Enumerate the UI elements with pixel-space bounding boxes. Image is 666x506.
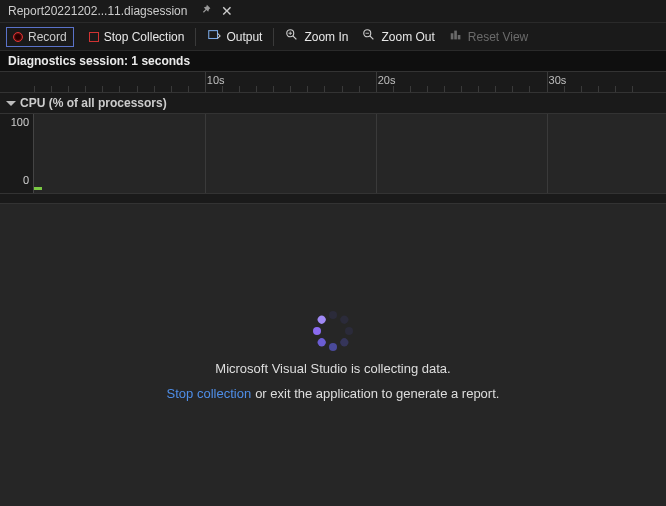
chevron-down-icon[interactable] [6, 101, 16, 106]
svg-rect-0 [209, 31, 218, 39]
toolbar: Record Stop Collection Output Zoom In Zo… [0, 22, 666, 50]
zoom-in-icon [285, 28, 299, 45]
stop-collection-button[interactable]: Stop Collection [82, 28, 192, 46]
zoom-in-label: Zoom In [304, 30, 348, 44]
output-button[interactable]: Output [200, 26, 269, 47]
collecting-text: Microsoft Visual Studio is collecting da… [215, 361, 450, 376]
cpu-data-line [34, 187, 42, 190]
record-label: Record [28, 30, 67, 44]
separator [195, 28, 196, 46]
spinner-dot [329, 311, 337, 319]
tab-title: Report20221202...11.diagsession [8, 4, 187, 18]
separator [273, 28, 274, 46]
y-tick-label: 0 [23, 174, 29, 186]
tick-label: 30s [549, 74, 567, 86]
y-axis: 0100 [0, 114, 34, 193]
output-icon [207, 28, 221, 45]
collecting-subtext: Stop collection or exit the application … [167, 386, 500, 401]
svg-line-6 [370, 36, 374, 40]
collecting-subtext-rest: or exit the application to generate a re… [255, 386, 499, 401]
tick-label: 20s [378, 74, 396, 86]
y-tick-label: 100 [11, 116, 29, 128]
zoom-out-button[interactable]: Zoom Out [355, 26, 441, 47]
spinner-dot [339, 337, 350, 348]
spinner-dot [345, 327, 353, 335]
spinner-dot [316, 337, 327, 348]
zoom-in-button[interactable]: Zoom In [278, 26, 355, 47]
divider [0, 194, 666, 204]
stop-icon [89, 32, 99, 42]
collecting-panel: Microsoft Visual Studio is collecting da… [0, 204, 666, 506]
spinner-dot [329, 343, 337, 351]
reset-view-icon [449, 28, 463, 45]
timeline-ruler[interactable]: 10s20s30s [0, 71, 666, 93]
stop-collection-link[interactable]: Stop collection [167, 386, 252, 401]
zoom-out-label: Zoom Out [381, 30, 434, 44]
svg-rect-9 [454, 31, 457, 40]
spinner-dot [316, 314, 327, 325]
reset-view-button: Reset View [442, 26, 535, 47]
document-tab[interactable]: Report20221202...11.diagsession ✕ [2, 0, 239, 22]
spinner-dot [339, 314, 350, 325]
pin-icon[interactable] [199, 3, 213, 20]
record-icon [13, 32, 23, 42]
zoom-out-icon [362, 28, 376, 45]
loading-spinner [313, 311, 353, 351]
output-label: Output [226, 30, 262, 44]
spinner-dot [313, 327, 321, 335]
tick-label: 10s [207, 74, 225, 86]
close-icon[interactable]: ✕ [221, 3, 233, 19]
session-status: Diagnostics session: 1 seconds [0, 50, 666, 71]
tab-bar: Report20221202...11.diagsession ✕ [0, 0, 666, 22]
stop-label: Stop Collection [104, 30, 185, 44]
cpu-header-label: CPU (% of all processors) [20, 96, 167, 110]
cpu-section-header[interactable]: CPU (% of all processors) [0, 93, 666, 114]
svg-rect-8 [451, 33, 454, 39]
reset-view-label: Reset View [468, 30, 528, 44]
record-button[interactable]: Record [6, 27, 74, 47]
svg-line-2 [293, 36, 297, 40]
cpu-chart: 0100 [0, 114, 666, 194]
chart-area[interactable] [34, 114, 666, 193]
svg-rect-10 [458, 35, 461, 39]
